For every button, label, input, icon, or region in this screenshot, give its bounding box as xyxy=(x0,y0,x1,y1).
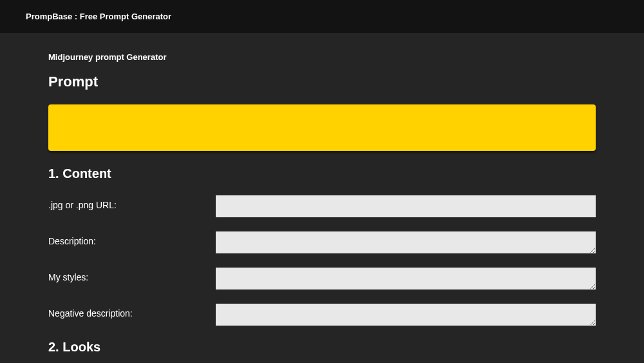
description-label: Description: xyxy=(48,231,216,246)
description-input[interactable] xyxy=(216,231,596,253)
url-label: .jpg or .png URL: xyxy=(48,195,216,210)
url-input[interactable] xyxy=(216,195,596,217)
negative-description-label: Negative description: xyxy=(48,304,216,319)
section-looks-heading: 2. Looks xyxy=(48,340,596,355)
section-content-heading: 1. Content xyxy=(48,166,596,181)
field-row-description: Description: xyxy=(48,231,596,253)
content-area: Midjourney prompt Generator Prompt 1. Co… xyxy=(0,33,644,363)
prompt-heading: Prompt xyxy=(48,74,596,90)
my-styles-label: My styles: xyxy=(48,268,216,282)
negative-description-input[interactable] xyxy=(216,304,596,326)
page-subtitle: Midjourney prompt Generator xyxy=(48,52,596,62)
field-row-url: .jpg or .png URL: xyxy=(48,195,596,217)
app-title: PrompBase : Free Prompt Generator xyxy=(26,12,171,21)
field-row-my-styles: My styles: xyxy=(48,268,596,289)
my-styles-input[interactable] xyxy=(216,268,596,289)
field-row-negative-description: Negative description: xyxy=(48,304,596,326)
prompt-output-box[interactable] xyxy=(48,104,596,151)
top-bar: PrompBase : Free Prompt Generator xyxy=(0,0,644,33)
